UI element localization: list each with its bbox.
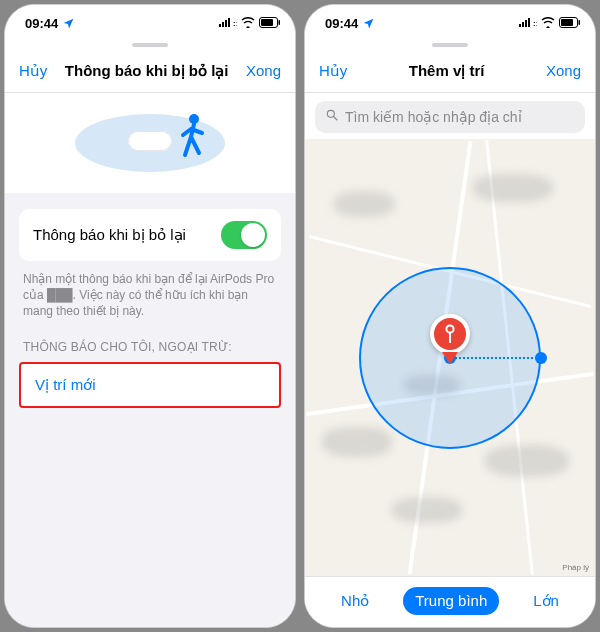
status-right: :: [219, 16, 281, 31]
wifi-icon [541, 16, 555, 31]
wifi-icon [241, 16, 255, 31]
phone-notify-left-behind: 09:44 :: Hủy Thông báo khi bị bỏ lại Xon… [4, 4, 296, 628]
svg-rect-0 [219, 24, 221, 27]
walking-person-icon [177, 113, 207, 165]
notify-toggle-switch[interactable] [221, 221, 267, 249]
body-area: Thông báo khi bị bỏ lại Nhận một thông b… [5, 93, 295, 627]
svg-rect-15 [561, 19, 573, 26]
svg-rect-2 [225, 20, 227, 27]
nav-bar: Hủy Thêm vị trí Xong [305, 49, 595, 93]
svg-rect-11 [525, 20, 527, 27]
status-right: :: [519, 16, 581, 31]
dual-signal-icon: :: [519, 16, 537, 31]
status-bar: 09:44 :: [5, 5, 295, 41]
done-button[interactable]: Xong [546, 62, 581, 79]
map[interactable]: Pháp lý [305, 139, 595, 576]
exceptions-section-header: THÔNG BÁO CHO TÔI, NGOẠI TRỪ: [5, 334, 295, 360]
search-icon [325, 108, 339, 126]
search-bar[interactable] [315, 101, 585, 133]
body-area: Pháp lý Nhỏ Trung bình Lớn [305, 93, 595, 627]
svg-rect-3 [228, 18, 230, 27]
svg-point-19 [446, 325, 453, 332]
location-icon [362, 17, 375, 30]
radius-option-large[interactable]: Lớn [521, 587, 571, 615]
airpods-icon [128, 131, 172, 151]
radius-segmented-control: Nhỏ Trung bình Lớn [305, 576, 595, 627]
notify-toggle-row: Thông báo khi bị bỏ lại [19, 209, 281, 261]
svg-rect-9 [519, 24, 521, 27]
location-icon [62, 17, 75, 30]
cancel-button[interactable]: Hủy [319, 62, 347, 80]
svg-text:::: :: [233, 19, 237, 28]
nav-title: Thêm vị trí [409, 62, 485, 80]
svg-rect-1 [222, 22, 224, 27]
clock: 09:44 [325, 16, 358, 31]
svg-text:::: :: [533, 19, 537, 28]
status-left: 09:44 [25, 16, 75, 31]
status-bar: 09:44 :: [305, 5, 595, 41]
svg-line-18 [334, 117, 338, 121]
status-left: 09:44 [325, 16, 375, 31]
radius-option-medium[interactable]: Trung bình [403, 587, 499, 615]
svg-rect-6 [261, 19, 273, 26]
dual-signal-icon: :: [219, 16, 237, 31]
clock: 09:44 [25, 16, 58, 31]
svg-rect-12 [528, 18, 530, 27]
cancel-button[interactable]: Hủy [19, 62, 47, 80]
nav-title: Thông báo khi bị bỏ lại [65, 62, 229, 80]
battery-icon [559, 16, 581, 31]
sheet-grabber[interactable] [305, 41, 595, 49]
pin-icon [430, 314, 470, 354]
sheet-grabber[interactable] [5, 41, 295, 49]
notify-description: Nhận một thông báo khi bạn để lại AirPod… [5, 271, 295, 334]
svg-rect-10 [522, 22, 524, 27]
radius-option-small[interactable]: Nhỏ [329, 587, 381, 615]
geofence-radius-handle[interactable] [535, 352, 547, 364]
svg-rect-7 [279, 20, 281, 25]
illustration [5, 93, 295, 193]
svg-rect-16 [579, 20, 581, 25]
battery-icon [259, 16, 281, 31]
new-location-button[interactable]: Vị trí mới [19, 362, 281, 408]
notify-toggle-label: Thông báo khi bị bỏ lại [33, 226, 186, 244]
search-input[interactable] [345, 109, 575, 125]
map-pin[interactable] [430, 314, 470, 364]
svg-point-17 [327, 110, 334, 117]
phone-add-location: 09:44 :: Hủy Thêm vị trí Xong [304, 4, 596, 628]
map-attribution[interactable]: Pháp lý [562, 563, 589, 572]
nav-bar: Hủy Thông báo khi bị bỏ lại Xong [5, 49, 295, 93]
done-button[interactable]: Xong [246, 62, 281, 79]
